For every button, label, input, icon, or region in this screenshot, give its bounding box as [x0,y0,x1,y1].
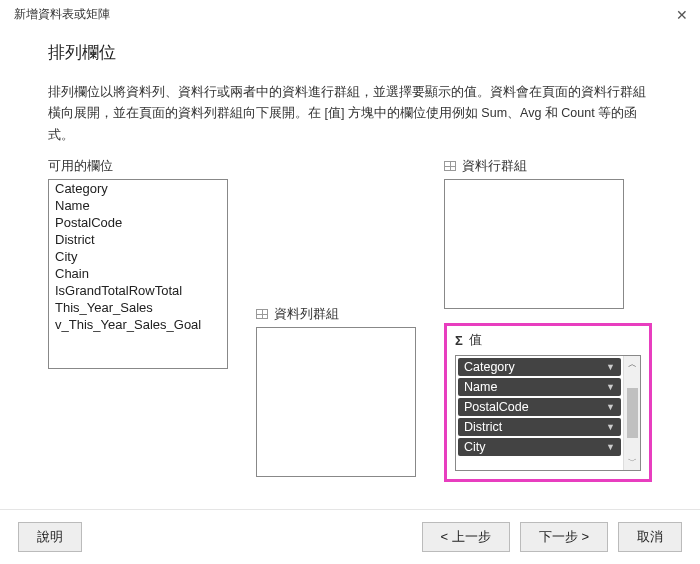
field-item[interactable]: City [49,248,227,265]
value-item-label: Name [464,380,497,394]
scroll-down-icon[interactable]: ﹀ [628,453,637,470]
field-item[interactable]: Category [49,180,227,197]
value-item-label: City [464,440,486,454]
dropdown-icon[interactable]: ▼ [606,402,615,412]
values-label-text: 值 [469,332,482,349]
dropdown-icon[interactable]: ▼ [606,362,615,372]
field-item[interactable]: Name [49,197,227,214]
value-item[interactable]: City▼ [458,438,621,456]
grid-icon [256,309,268,319]
values-listbox[interactable]: Category▼Name▼PostalCode▼District▼City▼ … [455,355,641,471]
value-item-label: PostalCode [464,400,529,414]
scroll-thumb[interactable] [627,388,638,438]
row-groups-label-text: 資料列群組 [274,306,339,323]
scroll-up-icon[interactable]: ︿ [628,356,637,373]
available-fields-label: 可用的欄位 [48,158,228,175]
grid-icon [444,161,456,171]
column-groups-label-text: 資料行群組 [462,158,527,175]
dropdown-icon[interactable]: ▼ [606,442,615,452]
value-item-label: Category [464,360,515,374]
close-icon[interactable]: ✕ [676,7,688,23]
description-text: 排列欄位以將資料列、資料行或兩者中的資料進行群組，並選擇要顯示的值。資料會在頁面… [48,82,652,146]
row-groups-listbox[interactable] [256,327,416,477]
row-groups-label: 資料列群組 [256,306,416,323]
value-item[interactable]: District▼ [458,418,621,436]
help-button[interactable]: 說明 [18,522,82,552]
values-label: Σ 值 [455,332,641,349]
column-groups-label: 資料行群組 [444,158,652,175]
field-item[interactable]: v_This_Year_Sales_Goal [49,316,227,333]
window-title: 新增資料表或矩陣 [14,6,110,23]
dropdown-icon[interactable]: ▼ [606,382,615,392]
value-item[interactable]: Category▼ [458,358,621,376]
cancel-button[interactable]: 取消 [618,522,682,552]
values-highlight-frame: Σ 值 Category▼Name▼PostalCode▼District▼Ci… [444,323,652,482]
field-item[interactable]: This_Year_Sales [49,299,227,316]
value-item[interactable]: PostalCode▼ [458,398,621,416]
values-scrollbar[interactable]: ︿ ﹀ [623,356,640,470]
dropdown-icon[interactable]: ▼ [606,422,615,432]
field-item[interactable]: Chain [49,265,227,282]
next-button[interactable]: 下一步 > [520,522,608,552]
column-groups-listbox[interactable] [444,179,624,309]
field-item[interactable]: IsGrandTotalRowTotal [49,282,227,299]
page-heading: 排列欄位 [48,41,652,64]
value-item[interactable]: Name▼ [458,378,621,396]
value-item-label: District [464,420,502,434]
sigma-icon: Σ [455,333,463,348]
field-item[interactable]: PostalCode [49,214,227,231]
back-button[interactable]: < 上一步 [422,522,510,552]
available-fields-listbox[interactable]: CategoryNamePostalCodeDistrictCityChainI… [48,179,228,369]
field-item[interactable]: District [49,231,227,248]
